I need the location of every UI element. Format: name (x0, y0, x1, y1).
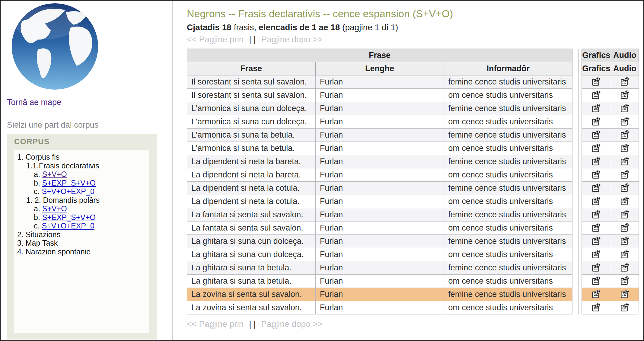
corpus-section-label: Map Task (26, 239, 58, 247)
corpus-tree-item[interactable]: a. S+V+O (14, 170, 149, 179)
audio-link[interactable] (611, 235, 639, 248)
corpus-section-link[interactable]: S+V+O+EXP_0 (42, 221, 94, 230)
frase-cell: La ghitara si suna cun dolceça. (187, 235, 316, 248)
back-to-map-link[interactable]: Tornâ ae mape (7, 98, 61, 107)
lenghe-cell: Furlan (315, 129, 444, 142)
grafics-link[interactable] (582, 102, 611, 115)
grafics-link[interactable] (582, 155, 611, 168)
corpus-tree-item[interactable]: c. S+V+O+EXP_0 (14, 187, 149, 196)
grafics-link[interactable] (582, 168, 611, 182)
icon-row (582, 275, 639, 288)
table-row[interactable]: Il sorestant si senta sul savalon.Furlan… (187, 75, 572, 89)
grafics-link[interactable] (582, 275, 611, 288)
table-row[interactable]: La fantata si senta sul savalon.Furlanfe… (187, 208, 572, 221)
choose-corpus-label: Sielzi une part dal corpus (7, 120, 172, 130)
table-row[interactable]: La ghitara si suna cun dolceça.Furlanfem… (187, 235, 572, 248)
corpus-tree-item[interactable]: a. S+V+O (14, 204, 149, 213)
grafics-link[interactable] (582, 208, 611, 221)
audio-link[interactable] (611, 288, 639, 301)
audio-link[interactable] (611, 89, 639, 102)
audio-link[interactable] (611, 102, 639, 115)
icon-row (582, 182, 639, 195)
grafics-link[interactable] (582, 195, 611, 208)
frase-cell: La zovina si senta sul savalon. (187, 301, 316, 314)
grafics-link[interactable] (582, 115, 611, 129)
next-page-link[interactable]: Pagjine dopo >> (261, 35, 323, 44)
audio-link[interactable] (611, 248, 639, 261)
table-row[interactable]: L'armonica si suna cun dolceça.Furlanom … (187, 115, 572, 129)
audio-link[interactable] (611, 182, 639, 195)
icon-row (582, 115, 639, 129)
report-icon (620, 157, 630, 166)
grafics-link[interactable] (582, 182, 611, 195)
table-row[interactable]: L'armonica si suna ta betula.Furlanfemin… (187, 129, 572, 142)
corpus-section-link[interactable]: S+V+O (42, 170, 67, 178)
report-icon (620, 250, 630, 259)
frase-cell: La dipendent si neta la bareta. (187, 168, 316, 182)
report-icon (591, 104, 601, 113)
table-row[interactable]: L'armonica si suna cun dolceça.Furlanfem… (187, 102, 572, 115)
table-row[interactable]: La dipendent si neta la cotula.Furlanom … (187, 195, 572, 208)
audio-link[interactable] (611, 168, 639, 182)
prev-page-link[interactable]: << Pagjine prin (187, 35, 244, 44)
corpus-section-link[interactable]: S+V+O (42, 204, 67, 213)
icon-row (582, 89, 639, 102)
grafics-link[interactable] (582, 248, 611, 261)
informador-cell: om cence studis universitaris (444, 168, 572, 182)
main-content: Negrons -- Frasis declarativis -- cence … (173, 1, 643, 340)
audio-link[interactable] (611, 301, 639, 314)
corpus-tree-item[interactable]: b. S+EXP_S+V+O (14, 213, 149, 222)
corpus-tree-item[interactable]: b. S+EXP_S+V+O (14, 179, 149, 187)
audio-link[interactable] (611, 221, 639, 235)
result-summary: Cjatadis 18 frasis, elencadis de 1 ae 18… (187, 23, 643, 32)
table-row[interactable]: L'armonica si suna ta betula.Furlanom ce… (187, 142, 572, 155)
audio-link[interactable] (611, 155, 639, 168)
grafics-link[interactable] (582, 288, 611, 301)
table-row[interactable]: La zovina si senta sul savalon.Furlanfem… (187, 288, 572, 301)
report-icon (591, 303, 601, 312)
audio-link[interactable] (611, 261, 639, 275)
corpus-section-link[interactable]: S+V+O+EXP_0 (42, 187, 94, 196)
frase-cell: La fantata si senta sul savalon. (187, 208, 316, 221)
table-row[interactable]: Il sorestant si senta sul savalon.Furlan… (187, 89, 572, 102)
report-icon (620, 104, 630, 113)
lenghe-cell: Furlan (315, 288, 444, 301)
table-row[interactable]: La dipendent si neta la cotula.Furlanfem… (187, 182, 572, 195)
grafics-link[interactable] (582, 129, 611, 142)
audio-link[interactable] (611, 208, 639, 221)
corpus-tree-item[interactable]: c. S+V+O+EXP_0 (14, 221, 149, 230)
table-row[interactable]: La zovina si senta sul savalon.Furlanom … (187, 301, 572, 314)
corpus-section-link[interactable]: S+EXP_S+V+O (42, 179, 96, 187)
audio-link[interactable] (611, 129, 639, 142)
grafics-link[interactable] (582, 235, 611, 248)
grafics-link[interactable] (582, 301, 611, 314)
prev-page-link[interactable]: << Pagjine prin (187, 319, 244, 329)
next-page-link[interactable]: Pagjine dopo >> (261, 319, 323, 329)
table-row[interactable]: La ghitara si suna cun dolceça.Furlanom … (187, 248, 572, 261)
informador-cell: femine cence studis universitaris (444, 208, 572, 221)
informador-cell: femine cence studis universitaris (444, 129, 572, 142)
audio-link[interactable] (611, 115, 639, 129)
audio-link[interactable] (611, 195, 639, 208)
table-row[interactable]: La ghitara si suna ta betula.Furlanom ce… (187, 275, 572, 288)
audio-link[interactable] (611, 75, 639, 89)
report-icon (620, 237, 630, 246)
corpus-section-link[interactable]: S+EXP_S+V+O (42, 213, 96, 221)
grafics-link[interactable] (582, 142, 611, 155)
result-range: elencadis de 1 ae 18 (259, 23, 340, 32)
table-row[interactable]: La dipendent si neta la bareta.Furlanom … (187, 168, 572, 182)
table-row[interactable]: La fantata si senta sul savalon.Furlanom… (187, 221, 572, 235)
grafics-link[interactable] (582, 75, 611, 89)
informador-cell: femine cence studis universitaris (444, 182, 572, 195)
grafics-link[interactable] (582, 261, 611, 275)
icon-row (582, 195, 639, 208)
grafics-link[interactable] (582, 89, 611, 102)
grafics-link[interactable] (582, 221, 611, 235)
audio-link[interactable] (611, 275, 639, 288)
tree-item-marker: c. (34, 221, 42, 230)
table-row[interactable]: La ghitara si suna ta betula.Furlanfemin… (187, 261, 572, 275)
report-icon (591, 197, 601, 206)
audio-link[interactable] (611, 142, 639, 155)
table-row[interactable]: La dipendent si neta la bareta.Furlanfem… (187, 155, 572, 168)
report-icon (591, 290, 601, 299)
